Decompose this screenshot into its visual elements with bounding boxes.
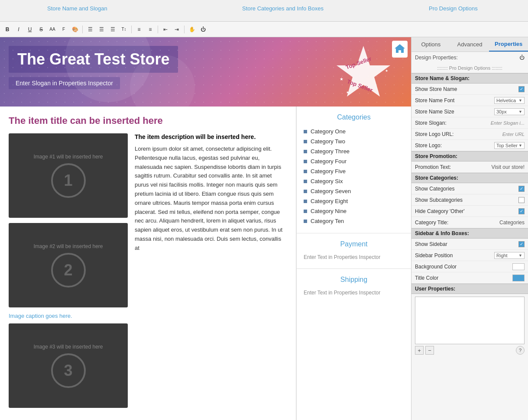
underline-button[interactable]: U bbox=[25, 25, 35, 34]
prop-category-title-label: Category Title: bbox=[415, 220, 499, 226]
color-button[interactable]: 🎨 bbox=[70, 25, 80, 34]
list-item: Category Four bbox=[304, 156, 404, 166]
list-item: Category One bbox=[304, 126, 404, 136]
prop-category-title: Category Title: Categories bbox=[411, 217, 528, 228]
store-name-font-select[interactable]: Helvetica ▼ bbox=[494, 97, 525, 104]
store-banner: The Great Test Store Enter Slogan in Pro… bbox=[0, 37, 411, 107]
panel-tabs: Options Advanced Properties bbox=[411, 37, 528, 52]
indent-more-button[interactable]: ⇥ bbox=[172, 25, 181, 34]
outdent-button[interactable]: ⇤ bbox=[161, 25, 170, 34]
prop-show-categories-value bbox=[518, 186, 525, 192]
store-slogan-input[interactable]: Enter Slogan i... bbox=[491, 120, 525, 126]
top-seller-area: Top Seller Top Seller ★ ★ ★ bbox=[324, 42, 402, 107]
prop-promotion-text: Promotion Text: Visit our store! bbox=[411, 162, 528, 173]
prop-store-slogan: Store Slogan: Enter Slogan i... bbox=[411, 117, 528, 129]
prop-store-logo-value: Top Seller ▼ bbox=[494, 142, 525, 149]
store-name-text: The Great Test Store bbox=[17, 50, 169, 68]
editor-area: The Great Test Store Enter Slogan in Pro… bbox=[0, 37, 411, 420]
tab-properties[interactable]: Properties bbox=[489, 37, 528, 52]
prop-title-color-label: Title Color bbox=[415, 275, 512, 281]
prop-category-title-value: Categories bbox=[499, 220, 525, 226]
category-bullet bbox=[304, 170, 307, 173]
background-color-swatch[interactable] bbox=[512, 263, 525, 270]
design-props-label: Design Properties: bbox=[415, 55, 458, 61]
img-box-3-label: Image #3 will be inserted here bbox=[33, 344, 103, 350]
store-name-size-select[interactable]: 30px ▼ bbox=[494, 108, 525, 115]
align-center-button[interactable]: ☰ bbox=[97, 25, 106, 34]
list-ordered-button[interactable]: ≡ bbox=[146, 25, 155, 34]
font-family-button[interactable]: F bbox=[59, 25, 68, 34]
store-logo-select[interactable]: Top Seller ▼ bbox=[494, 142, 525, 149]
item-desc-text: Lorem ipsum dolor sit amet, consectetur … bbox=[135, 145, 287, 253]
list-item: Category Nine bbox=[304, 206, 404, 216]
category-bullet bbox=[304, 140, 307, 143]
title-color-swatch[interactable] bbox=[512, 275, 525, 281]
add-user-prop-button[interactable]: + bbox=[415, 346, 424, 355]
prop-promotion-text-value: Visit our store! bbox=[492, 164, 525, 170]
toolbar-sep-1 bbox=[82, 26, 83, 33]
show-categories-checkbox[interactable] bbox=[518, 186, 525, 192]
store-logo-url-input[interactable]: Enter URL bbox=[502, 132, 525, 137]
props-panel: Design Properties: ⏻ :::::::: Pro Design… bbox=[411, 52, 528, 359]
bold-button[interactable]: B bbox=[3, 25, 12, 34]
prop-store-name-font-value: Helvetica ▼ bbox=[494, 97, 525, 104]
main-content: The item title can be inserted here Imag… bbox=[0, 107, 296, 420]
top-seller-badge: Top Seller Top Seller ★ ★ ★ bbox=[324, 42, 402, 107]
show-subcategories-checkbox[interactable] bbox=[518, 197, 525, 203]
list-item: Category Eight bbox=[304, 196, 404, 206]
prop-show-subcategories-label: Show Subcategories bbox=[415, 197, 518, 203]
img-caption: Image caption goes here. bbox=[9, 313, 128, 319]
align-right-button[interactable]: ☰ bbox=[108, 25, 117, 34]
strikethrough-button[interactable]: S bbox=[36, 25, 46, 34]
sidebar-pos-chevron-icon: ▼ bbox=[518, 253, 522, 258]
shipping-placeholder: Enter Text in Properties Inspector bbox=[304, 289, 404, 297]
prop-store-name-size-label: Store Name Size bbox=[415, 109, 494, 115]
category-bullet bbox=[304, 190, 307, 193]
show-sidebar-checkbox[interactable] bbox=[518, 241, 525, 247]
category-bullet bbox=[304, 160, 307, 163]
category-bullet bbox=[304, 180, 307, 183]
remove-user-prop-button[interactable]: − bbox=[425, 346, 434, 355]
show-store-name-checkbox[interactable] bbox=[518, 86, 525, 92]
prop-show-store-name-label: Show Store Name bbox=[415, 86, 518, 92]
prop-store-logo-url-label: Store Logo URL: bbox=[415, 131, 502, 137]
sidebar: Categories Category OneCategory TwoCateg… bbox=[296, 107, 411, 420]
tab-options[interactable]: Options bbox=[411, 37, 450, 52]
prop-show-sidebar-value bbox=[518, 241, 525, 247]
shipping-section: Shipping Enter Text in Properties Inspec… bbox=[297, 269, 411, 304]
list-unordered-button[interactable]: ≡ bbox=[134, 25, 144, 34]
italic-button[interactable]: I bbox=[14, 25, 23, 34]
size-chevron-icon: ▼ bbox=[518, 110, 522, 114]
prop-show-subcategories: Show Subcategories bbox=[411, 194, 528, 206]
item-title: The item title can be inserted here bbox=[9, 115, 287, 126]
user-props-actions: + − ? bbox=[415, 344, 525, 356]
img-box-1-label: Image #1 will be inserted here bbox=[33, 154, 103, 160]
prop-show-subcategories-value bbox=[518, 197, 525, 203]
list-item: Category Ten bbox=[304, 216, 404, 226]
toolbar-sep-3 bbox=[158, 26, 158, 33]
img-box-1: Image #1 will be inserted here 1 bbox=[9, 133, 128, 218]
annotation-pro-design: Pro Design Options bbox=[429, 5, 478, 12]
svg-text:★: ★ bbox=[346, 90, 349, 94]
tab-advanced[interactable]: Advanced bbox=[450, 37, 489, 52]
list-item: Category Seven bbox=[304, 186, 404, 196]
payment-section: Payment Enter Text in Properties Inspect… bbox=[297, 233, 411, 269]
section-store-categories: Store Categories: bbox=[411, 173, 528, 183]
hide-category-other-checkbox[interactable] bbox=[518, 208, 525, 214]
sidebar-position-select[interactable]: Right ▼ bbox=[494, 252, 525, 259]
indent-button[interactable]: T↕ bbox=[119, 25, 129, 34]
power-button[interactable]: ⏻ bbox=[198, 25, 208, 34]
align-left-button[interactable]: ☰ bbox=[85, 25, 95, 34]
store-slogan-text: Enter Slogan in Properties Inspector bbox=[16, 80, 113, 87]
prop-background-color: Background Color bbox=[411, 261, 528, 272]
annotation-store-name: Store Name and Slogan bbox=[47, 5, 107, 12]
img-box-3: Image #3 will be inserted here 3 bbox=[9, 323, 128, 408]
hand-tool-button[interactable]: ✋ bbox=[187, 25, 197, 34]
category-bullet bbox=[304, 130, 307, 133]
prop-show-store-name: Show Store Name bbox=[411, 84, 528, 95]
font-size-button[interactable]: AA bbox=[48, 25, 57, 34]
prop-store-logo-url: Store Logo URL: Enter URL bbox=[411, 129, 528, 140]
prop-promotion-text-label: Promotion Text: bbox=[415, 164, 492, 170]
main-layout: The Great Test Store Enter Slogan in Pro… bbox=[0, 37, 528, 420]
help-button[interactable]: ? bbox=[516, 346, 525, 355]
